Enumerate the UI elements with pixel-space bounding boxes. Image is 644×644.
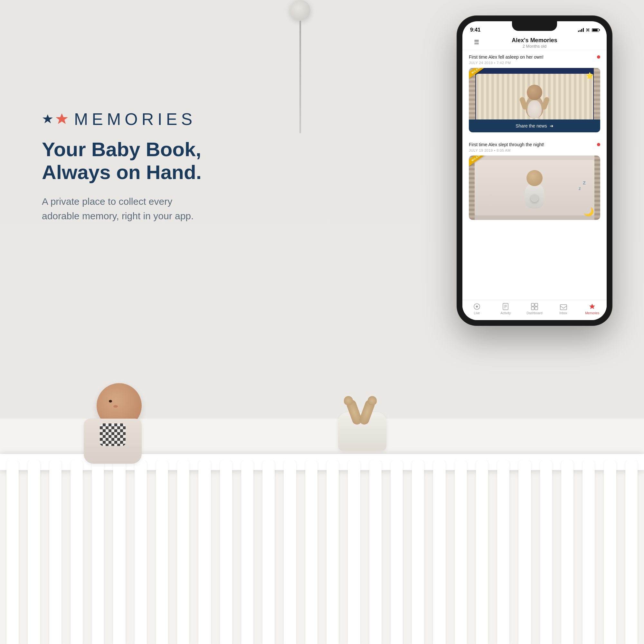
crib-slat (6, 460, 19, 644)
baby-foot-right (368, 396, 377, 405)
memory-title-row-2: First time Alex slept through the night! (469, 142, 600, 147)
svg-rect-12 (560, 305, 567, 310)
crib-slat (412, 460, 424, 644)
red-dot-2 (597, 143, 600, 146)
svg-rect-11 (535, 307, 538, 310)
memory-title-row-1: First time Alex fell asleep on her own! (469, 54, 600, 60)
monitor-cable (299, 21, 301, 133)
svg-marker-0 (43, 114, 53, 123)
star-coral-icon (55, 112, 69, 126)
crib-slat (156, 460, 168, 644)
crib-slat (391, 460, 403, 644)
crib-slat (582, 460, 595, 644)
sleep-zzz2: z (583, 179, 586, 186)
baby-figure-left (77, 380, 167, 477)
nav-item-live[interactable]: Live (468, 303, 486, 315)
inbox-icon (560, 303, 567, 310)
crib-slat (135, 460, 147, 644)
signal-bar-3 (581, 29, 582, 32)
baby-eye (109, 400, 112, 403)
crib-slat (561, 460, 573, 644)
bib-pattern (100, 423, 126, 446)
crib-slat (113, 460, 125, 644)
memories-title: MEMORIES (74, 109, 196, 129)
app-subtitle: 2 Months old (469, 44, 600, 49)
crib-slat (497, 460, 509, 644)
crib-slats-container (0, 460, 644, 644)
signal-bars-icon (578, 28, 584, 32)
crib-slat (177, 460, 189, 644)
battery-icon (592, 28, 599, 32)
signal-bar-1 (578, 31, 579, 32)
crib-scene (0, 425, 644, 644)
nav-item-activity[interactable]: Activity (497, 303, 515, 315)
crib-slat (476, 460, 488, 644)
red-dot-1 (597, 55, 600, 59)
tagline-line1: Your Baby Book, (42, 138, 201, 160)
crib-slat (455, 460, 467, 644)
memory-image-1: MILESTONE 🚀 ⭐ ⭐ Share the news ➜ (469, 68, 600, 132)
share-button[interactable]: Share the news ➜ (469, 119, 600, 132)
svg-point-3 (476, 306, 478, 308)
dashboard-icon (531, 303, 538, 310)
nav-item-inbox[interactable]: Inbox (554, 303, 572, 315)
crib-right-2 (594, 156, 600, 220)
share-arrow-icon: ➜ (550, 123, 554, 128)
nav-item-dashboard[interactable]: Dashboard (526, 303, 543, 315)
tagline-line2: Always on Hand. (42, 161, 202, 183)
memory-item-1: First time Alex fell asleep on her own! … (462, 50, 607, 132)
left-content-panel: MEMORIES Your Baby Book, Always on Hand.… (42, 109, 235, 223)
crib-slat (625, 460, 638, 644)
svg-rect-9 (535, 303, 538, 306)
memories-star-icon (588, 303, 596, 310)
nav-label-memories: Memories (585, 311, 599, 315)
baby-foot-left (344, 396, 353, 405)
memories-header: MEMORIES (42, 109, 235, 129)
phone-content: ☰ Alex's Memories 2 Months old First tim… (462, 35, 607, 320)
memory-image-2: z z 🌙 MILESTONE (469, 156, 600, 220)
sleep-zzz: z (579, 186, 581, 191)
crib-slat (305, 460, 317, 644)
phone-screen: 9:41 ⌘ (462, 21, 607, 320)
tagline: Your Baby Book, Always on Hand. (42, 138, 235, 184)
phone-frame: 9:41 ⌘ (457, 16, 612, 325)
memories-list: First time Alex fell asleep on her own! … (462, 50, 607, 300)
baby-head-2 (526, 170, 543, 186)
phone-notch (512, 21, 557, 31)
wifi-icon: ⌘ (586, 28, 590, 33)
crib-slat (284, 460, 296, 644)
memory-2-date: JULY 19 2019 • 8:05 AM (469, 148, 600, 152)
signal-bar-4 (583, 28, 584, 32)
nav-item-memories[interactable]: Memories (583, 303, 601, 315)
battery-fill (592, 29, 598, 31)
live-icon (473, 303, 481, 310)
monitor-head (290, 0, 310, 21)
crib-slat (198, 460, 211, 644)
crib-slat (92, 460, 104, 644)
memory-item-2: First time Alex slept through the night!… (462, 137, 607, 220)
bottom-navigation: Live Activity (462, 300, 607, 320)
crib-slat (262, 460, 275, 644)
signal-bar-2 (580, 30, 581, 32)
app-title: Alex's Memories (469, 37, 600, 44)
crib-slat (220, 460, 232, 644)
app-header: ☰ Alex's Memories 2 Months old (462, 35, 607, 50)
memory-1-title: First time Alex fell asleep on her own! (469, 54, 594, 60)
memories-icon-group (42, 112, 69, 126)
status-icons: ⌘ (578, 28, 599, 33)
svg-marker-13 (589, 304, 595, 309)
baby-clothes (527, 100, 542, 118)
star-decoration-1: ⭐ (586, 72, 594, 80)
crib-image-2: z z 🌙 MILESTONE (469, 156, 600, 220)
baby-monitor-device (290, 0, 310, 133)
app-header-row: ☰ Alex's Memories 2 Months old (469, 37, 600, 46)
crib-slat (348, 460, 360, 644)
crib-slat (71, 460, 83, 644)
moon-icon: 🌙 (583, 207, 594, 217)
crib-slat (604, 460, 616, 644)
baby-head-topdown (527, 85, 542, 100)
baby-body-left (84, 419, 142, 464)
nav-label-live: Live (474, 311, 480, 315)
app-title-block: Alex's Memories 2 Months old (469, 37, 600, 49)
monitor-on-swaddle (531, 194, 538, 202)
